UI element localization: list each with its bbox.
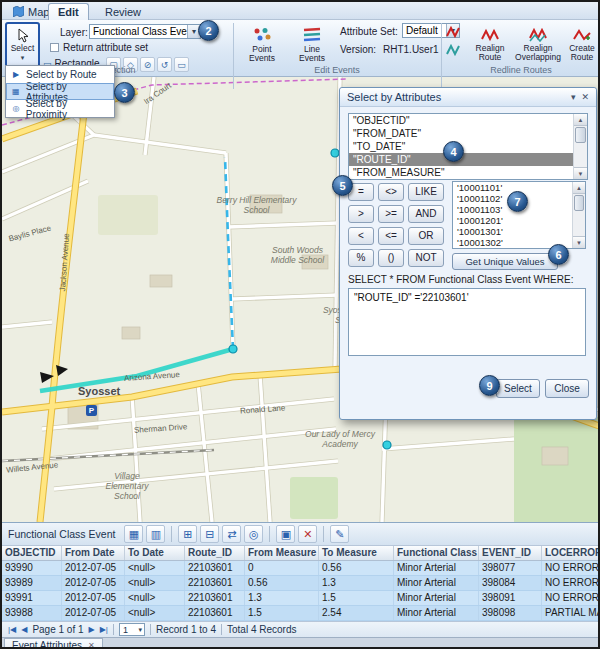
operator-and-button[interactable]: AND (408, 205, 444, 223)
last-page-icon[interactable]: ▶| (100, 625, 108, 634)
cell-to-date: <null> (125, 576, 185, 590)
table-icon[interactable]: ▦ (124, 525, 143, 543)
redline-tool-icon[interactable] (446, 26, 462, 38)
select-dropdown-menu: ▶ Select by Route ▦ Select by Attributes… (5, 65, 115, 118)
table-row[interactable]: 93990 2012-07-05 <null> 22103601 0 0.56 … (2, 561, 600, 576)
field-item[interactable]: "FROM_DATE" (349, 127, 587, 140)
fields-listbox[interactable]: "OBJECTID" "FROM_DATE" "TO_DATE" "ROUTE_… (348, 113, 588, 180)
edit-attributes-icon[interactable]: ✎ (330, 525, 349, 543)
field-item[interactable]: "OBJECTID" (349, 114, 587, 127)
event-attributes-tab[interactable]: Event Attributes ✕ (4, 638, 103, 649)
dialog-close-button[interactable]: Close (545, 379, 589, 398)
cell-objectid: 93991 (2, 591, 62, 605)
zoom-to-selection-icon[interactable]: ◎ (244, 525, 263, 543)
prev-page-icon[interactable]: ◀ (21, 625, 27, 634)
operator-not-button[interactable]: NOT (408, 249, 444, 267)
point-events-button[interactable]: Point Events (238, 22, 286, 68)
dialog-close-icon[interactable]: ✕ (581, 92, 589, 102)
operator-percent-button[interactable]: % (348, 249, 374, 267)
callout-5: 5 (332, 175, 353, 196)
park-area (290, 477, 338, 519)
cell-functional-class: Minor Arterial (394, 591, 479, 605)
delete-selected-icon[interactable]: ✕ (298, 525, 317, 543)
field-item[interactable]: "FROM_MEASURE" (349, 166, 587, 179)
operator-parens-button[interactable]: () (378, 249, 404, 267)
operator-notequal-button[interactable]: <> (378, 183, 404, 201)
page-size-dropdown[interactable]: 1 ▾ (119, 623, 145, 636)
cell-to-date: <null> (125, 561, 185, 575)
cell-from-measure: 0.56 (245, 576, 319, 590)
tab-map-label: Map (28, 6, 49, 18)
version-label: Version: (340, 44, 376, 55)
value-item[interactable]: '10001201' (453, 215, 585, 226)
table-row[interactable]: 93989 2012-07-05 <null> 22103601 0.56 1.… (2, 576, 600, 591)
where-clause-textbox[interactable]: "ROUTE_ID" ='22103601' (348, 288, 586, 356)
values-scrollbar[interactable]: ▲ ▼ (572, 182, 585, 248)
line-events-button[interactable]: Line Events (290, 22, 334, 68)
dialog-select-button[interactable]: Select (496, 379, 540, 398)
line-events-icon (302, 27, 322, 43)
scroll-down-icon[interactable]: ▼ (574, 167, 587, 179)
cell-from-measure: 1.5 (245, 606, 319, 620)
column-header[interactable]: LOCERROR (542, 546, 600, 560)
cell-to-date: <null> (125, 606, 185, 620)
value-item[interactable]: '10001301' (453, 226, 585, 237)
tab-edit-label: Edit (58, 6, 79, 18)
next-page-icon[interactable]: ▶ (89, 625, 95, 634)
clear-selection-icon[interactable]: ⊟ (200, 525, 219, 543)
group-divider (441, 23, 442, 89)
scrollbar-thumb[interactable] (575, 127, 586, 143)
scroll-up-icon[interactable]: ▲ (574, 114, 587, 126)
create-route-button[interactable]: Create Route (564, 22, 600, 68)
edit-events-group-label: Edit Events (234, 65, 440, 75)
field-item-selected[interactable]: "ROUTE_ID" (349, 153, 587, 166)
redline-group-label: Redline Routes (442, 65, 600, 75)
operator-greater-button[interactable]: > (348, 205, 374, 223)
table-row[interactable]: 93991 2012-07-05 <null> 22103601 1.3 1.5… (2, 591, 600, 606)
operator-or-button[interactable]: OR (408, 227, 444, 245)
column-header[interactable]: From Measure (245, 546, 319, 560)
dialog-title-bar[interactable]: Select by Attributes ▾ ✕ (340, 88, 596, 107)
highlight-selection-icon[interactable]: ▣ (276, 525, 295, 543)
attribute-set-value: Default (403, 25, 446, 36)
return-attribute-set-checkbox[interactable] (50, 43, 59, 52)
realign-overlapping-button[interactable]: Realign Overlapping (514, 22, 562, 68)
redline-tool-icon[interactable] (446, 44, 462, 56)
column-header[interactable]: To Date (125, 546, 185, 560)
column-header[interactable]: From Date (62, 546, 125, 560)
operator-lessequal-button[interactable]: <= (378, 227, 404, 245)
menu-item-select-by-proximity[interactable]: ◎ Select by Proximity (6, 100, 114, 117)
close-tab-icon[interactable]: ✕ (88, 641, 95, 649)
column-header[interactable]: Functional Class (394, 546, 479, 560)
operator-less-button[interactable]: < (348, 227, 374, 245)
operator-greaterequal-button[interactable]: >= (378, 205, 404, 223)
dialog-menu-icon[interactable]: ▾ (571, 92, 576, 102)
operator-like-button[interactable]: LIKE (408, 183, 444, 201)
field-item[interactable]: "TO_DATE" (349, 140, 587, 153)
table-row[interactable]: 93988 2012-07-05 <null> 22103601 1.5 2.5… (2, 606, 600, 621)
map-tab-icon (13, 6, 24, 17)
column-header[interactable]: OBJECTID (2, 546, 62, 560)
park-area (98, 195, 158, 235)
column-header[interactable]: To Measure (319, 546, 394, 560)
select-button[interactable]: Select ▾ (5, 22, 40, 68)
cell-from-date: 2012-07-05 (62, 576, 125, 590)
layer-dropdown[interactable]: Functional Class Event ▾ (89, 24, 201, 39)
switch-selection-icon[interactable]: ⇄ (222, 525, 241, 543)
select-all-icon[interactable]: ⊞ (178, 525, 197, 543)
cell-route-id: 22103601 (185, 591, 245, 605)
get-unique-values-button[interactable]: Get Unique Values (452, 253, 558, 270)
tab-edit[interactable]: Edit (48, 3, 89, 20)
scroll-up-icon[interactable]: ▲ (573, 182, 585, 194)
app-window: Ira Court Jackson Avenue Baylis Place Be… (0, 0, 600, 649)
open-table-icon[interactable]: ▥ (146, 525, 165, 543)
column-header[interactable]: EVENT_ID (479, 546, 542, 560)
scroll-down-icon[interactable]: ▼ (573, 236, 585, 248)
realign-route-button[interactable]: Realign Route (468, 22, 512, 68)
first-page-icon[interactable]: |◀ (8, 625, 16, 634)
realign-overlapping-icon (529, 28, 547, 42)
column-header[interactable]: Route_ID (185, 546, 245, 560)
fields-scrollbar[interactable]: ▲ ▼ (573, 114, 587, 179)
scrollbar-thumb[interactable] (574, 195, 584, 211)
tab-review[interactable]: Review (96, 3, 150, 20)
